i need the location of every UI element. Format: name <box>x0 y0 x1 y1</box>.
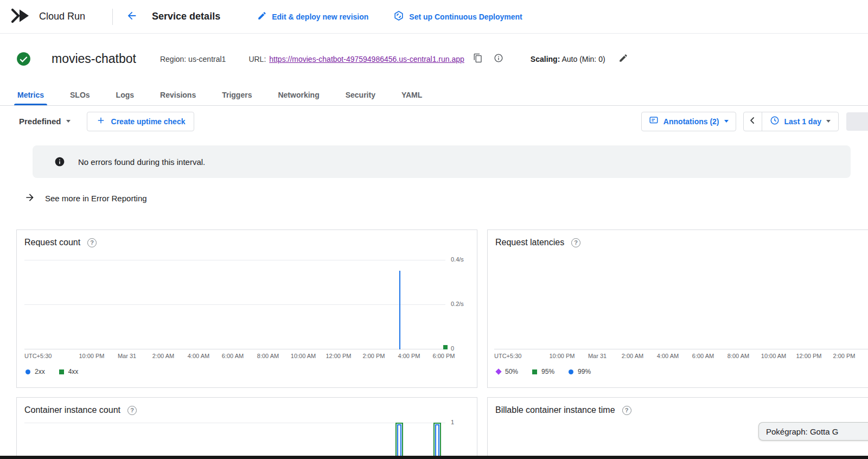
annotations-label: Annotations (2) <box>663 117 719 126</box>
request-latencies-chart: Request latencies UTC+5:30 10:00 PM Mar … <box>487 229 868 388</box>
extension-tooltip: Pokégraph: Gotta G <box>758 422 868 441</box>
x-tick: 8:00 AM <box>727 353 749 359</box>
banner-message: No errors found during this interval. <box>78 157 205 167</box>
service-healthy-check-icon <box>16 52 31 66</box>
gridline <box>24 423 445 423</box>
setup-cd-label: Set up Continuous Deployment <box>409 12 522 21</box>
no-errors-banner: No errors found during this interval. <box>33 145 851 178</box>
x-tick: 6:00 PM <box>433 353 455 359</box>
x-tick: 2:00 AM <box>152 353 174 359</box>
tab-yaml[interactable]: YAML <box>393 84 431 105</box>
metrics-toolbar: Predefined Create uptime check Annotatio… <box>0 106 868 137</box>
gridline <box>24 260 445 260</box>
info-icon <box>54 156 65 167</box>
create-uptime-check-button[interactable]: Create uptime check <box>87 112 195 131</box>
scaling-value: Auto (Min: 0) <box>561 55 605 63</box>
tab-metrics[interactable]: Metrics <box>9 84 53 105</box>
arrow-forward-icon <box>24 192 35 205</box>
time-range-dropdown[interactable]: Last 1 day <box>762 112 838 131</box>
legend-label: 50% <box>505 368 518 375</box>
tab-security[interactable]: Security <box>337 84 384 105</box>
tab-revisions[interactable]: Revisions <box>151 84 205 105</box>
back-arrow-icon <box>126 10 138 23</box>
time-range-back-button[interactable] <box>744 112 762 131</box>
time-range-label: Last 1 day <box>784 117 821 126</box>
page-title: Service details <box>152 11 220 22</box>
y-tick: 0 <box>451 345 454 352</box>
chart-title-row: Container instance count <box>24 405 137 415</box>
gridline <box>24 304 445 305</box>
cloud-run-home[interactable]: Cloud Run <box>11 8 85 25</box>
help-icon[interactable] <box>622 406 631 415</box>
instance-pulse <box>435 424 439 459</box>
chevron-down-icon <box>66 120 71 123</box>
scaling-info: Scaling: Auto (Min: 0) <box>531 55 605 63</box>
x-tick: UTC+5:30 <box>494 353 521 359</box>
x-tick: 2:00 PM <box>363 353 385 359</box>
scaling-label: Scaling: <box>531 55 560 63</box>
request-count-chart: Request count 0.4/s 0.2/s 0 UTC+5:30 10:… <box>16 229 477 388</box>
edit-deploy-button[interactable]: Edit & deploy new revision <box>257 11 368 22</box>
x-tick: 6:00 AM <box>222 353 244 359</box>
tab-networking[interactable]: Networking <box>269 84 328 105</box>
time-range-forward-button[interactable] <box>846 112 868 131</box>
top-bar: Cloud Run Service details Edit & deploy … <box>0 0 868 34</box>
create-uptime-check-label: Create uptime check <box>111 117 186 126</box>
cloud-run-logo-icon <box>11 8 30 25</box>
back-button[interactable] <box>126 10 138 23</box>
legend-item-4xx: 4xx <box>59 368 79 375</box>
x-tick: 4:00 AM <box>188 353 209 359</box>
service-name: movies-chatbot <box>52 52 136 66</box>
x-tick: 10:00 PM <box>549 353 575 359</box>
legend-label: 99% <box>578 368 591 375</box>
url-info-button[interactable] <box>494 53 503 65</box>
predefined-dropdown[interactable]: Predefined <box>19 117 71 126</box>
y-tick: 0.2/s <box>451 301 464 307</box>
legend-diamond-icon <box>495 368 501 374</box>
charts-grid: Request count 0.4/s 0.2/s 0 UTC+5:30 10:… <box>0 229 868 459</box>
edit-deploy-label: Edit & deploy new revision <box>272 12 368 21</box>
service-tabs: Metrics SLOs Logs Revisions Triggers Net… <box>0 84 868 106</box>
predefined-label: Predefined <box>19 117 61 126</box>
chart-legend: 50% 95% 99% <box>496 368 591 375</box>
y-tick: 0.4/s <box>451 256 464 263</box>
tab-slos[interactable]: SLOs <box>61 84 99 105</box>
container-instance-count-chart: Container instance count 1 <box>16 397 477 459</box>
extension-tooltip-text: Pokégraph: Gotta G <box>766 427 838 436</box>
url-label: URL: <box>248 55 266 63</box>
help-icon[interactable] <box>127 406 137 415</box>
x-tick: 10:00 AM <box>291 353 316 359</box>
chart-title: Request latencies <box>495 238 564 247</box>
instance-pulse <box>397 424 401 459</box>
x-tick: Mar 31 <box>118 353 136 359</box>
help-icon[interactable] <box>571 238 580 247</box>
x-tick: 8:00 AM <box>257 353 279 359</box>
pencil-icon <box>618 53 628 65</box>
legend-label: 95% <box>541 368 554 375</box>
chart-title-row: Billable container instance time <box>495 405 631 415</box>
legend-square-icon <box>532 369 537 374</box>
x-tick: 2:00 AM <box>622 353 643 359</box>
chevron-left-icon <box>747 115 758 127</box>
x-tick: 10:00 AM <box>761 353 786 359</box>
x-tick: 10:00 PM <box>79 353 104 359</box>
edit-scaling-button[interactable] <box>618 53 628 65</box>
setup-cd-button[interactable]: Set up Continuous Deployment <box>393 10 522 23</box>
see-more-error-reporting-link[interactable]: See more in Error Reporting <box>24 192 147 205</box>
see-more-label: See more in Error Reporting <box>45 194 147 203</box>
legend-square-icon <box>59 369 64 374</box>
service-url-link[interactable]: https://movies-chatbot-497594986456.us-c… <box>269 55 464 63</box>
tab-logs[interactable]: Logs <box>107 84 143 105</box>
help-icon[interactable] <box>87 238 97 247</box>
legend-circle-icon <box>25 369 30 374</box>
y-tick: 1 <box>451 419 454 425</box>
chevron-down-icon <box>724 120 729 123</box>
copy-url-button[interactable] <box>473 53 483 65</box>
x-tick: 12:00 PM <box>796 353 821 359</box>
legend-item-p99: 99% <box>569 368 591 375</box>
legend-item-p50: 50% <box>496 368 518 375</box>
pencil-icon <box>257 11 267 22</box>
tab-triggers[interactable]: Triggers <box>213 84 260 105</box>
annotations-dropdown[interactable]: Annotations (2) <box>641 112 736 131</box>
x-tick: 6:00 AM <box>692 353 714 359</box>
